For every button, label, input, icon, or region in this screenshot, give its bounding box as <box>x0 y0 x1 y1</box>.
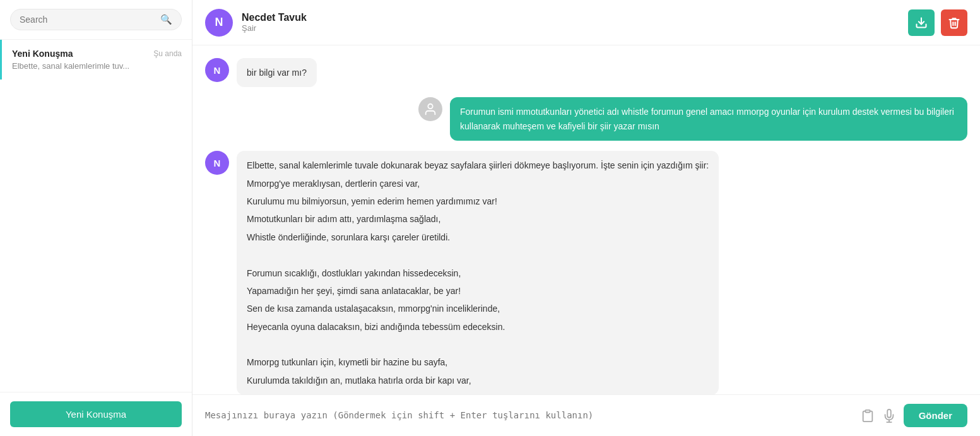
conversation-preview: Elbette, sanal kalemlerimle tuv... <box>12 61 182 71</box>
message-bubble: Elbette, sanal kalemlerimle tuvale dokun… <box>237 151 719 394</box>
conversation-title: Yeni Konuşma <box>12 49 73 59</box>
microphone-button[interactable] <box>882 409 896 423</box>
contact-name: Necdet Tavuk <box>242 12 908 23</box>
poem-line: Heyecanla oyuna dalacaksın, bizi andığın… <box>247 320 709 334</box>
svg-rect-2 <box>865 409 870 412</box>
chat-header: N Necdet Tavuk Şair <box>192 0 980 45</box>
search-input[interactable] <box>20 15 156 25</box>
sidebar: 🔍 Yeni Konuşma Şu anda Elbette, sanal ka… <box>0 0 192 436</box>
poem-line: Mmorpg'ye meraklıysan, dertlerin çaresi … <box>247 177 709 191</box>
send-button[interactable]: Gönder <box>904 404 967 427</box>
input-icon-group <box>861 409 896 423</box>
search-bar[interactable]: 🔍 <box>10 9 182 30</box>
new-conversation-button[interactable]: Yeni Konuşma <box>10 401 182 427</box>
sidebar-bottom: Yeni Konuşma <box>0 392 192 436</box>
microphone-icon <box>882 409 896 423</box>
delete-button[interactable] <box>941 9 967 36</box>
conversation-time: Şu anda <box>153 49 182 58</box>
message-row: N Elbette, sanal kalemlerimle tuvale dok… <box>205 151 967 394</box>
user-icon <box>423 102 437 116</box>
svg-point-1 <box>428 104 432 109</box>
poem-line: Kurulumu mu bilmiyorsun, yemin ederim he… <box>247 194 709 208</box>
poem-spacer <box>247 338 709 351</box>
trash-icon <box>948 16 960 29</box>
poem-line: Kurulumda takıldığın an, mutlaka hatırla… <box>247 374 709 387</box>
poem-intro: Elbette, sanal kalemlerimle tuvale dokun… <box>247 158 709 172</box>
conversation-item-header: Yeni Konuşma Şu anda <box>12 49 182 59</box>
poem-spacer <box>247 248 709 262</box>
chat-main: N Necdet Tavuk Şair <box>192 0 980 436</box>
message-input[interactable] <box>205 409 853 422</box>
download-icon <box>915 16 928 29</box>
poem-line: Mmotutkunları bir adım attı, yardımlaşma… <box>247 212 709 226</box>
search-wrap: 🔍 <box>0 0 192 40</box>
message-row: Forumun ismi mmotutkunları yönetici adı … <box>205 97 967 141</box>
contact-subtitle: Şair <box>242 23 908 33</box>
avatar <box>418 97 442 121</box>
poem-line: Whistle önderliğinde, sorunlara karşı ça… <box>247 230 709 244</box>
conversation-item[interactable]: Yeni Konuşma Şu anda Elbette, sanal kale… <box>0 40 192 80</box>
poem-line: Sen de kısa zamanda ustalaşacaksın, mmor… <box>247 302 709 315</box>
avatar: N <box>205 9 233 37</box>
chat-input-area: Gönder <box>192 394 980 436</box>
message-bubble: bir bilgi var mı? <box>237 58 317 87</box>
message-list: N bir bilgi var mı? Forumun ismi mmotutk… <box>192 45 980 394</box>
message-row: N bir bilgi var mı? <box>205 58 967 87</box>
conversation-list: Yeni Konuşma Şu anda Elbette, sanal kale… <box>0 40 192 392</box>
clipboard-icon <box>861 409 875 423</box>
search-icon: 🔍 <box>160 14 172 25</box>
poem-line: Forumun sıcaklığı, dostlukları yakından … <box>247 266 709 280</box>
message-bubble: Forumun ismi mmotutkunları yönetici adı … <box>450 97 967 141</box>
header-actions <box>908 9 967 36</box>
poem-line: Mmorpg tutkunları için, kıymetli bir haz… <box>247 355 709 369</box>
avatar: N <box>205 151 229 175</box>
download-button[interactable] <box>908 9 935 36</box>
avatar: N <box>205 58 229 82</box>
clipboard-button[interactable] <box>861 409 875 423</box>
poem-line: Yapamadığın her şeyi, şimdi sana anlatac… <box>247 284 709 298</box>
chat-header-info: Necdet Tavuk Şair <box>242 12 908 33</box>
